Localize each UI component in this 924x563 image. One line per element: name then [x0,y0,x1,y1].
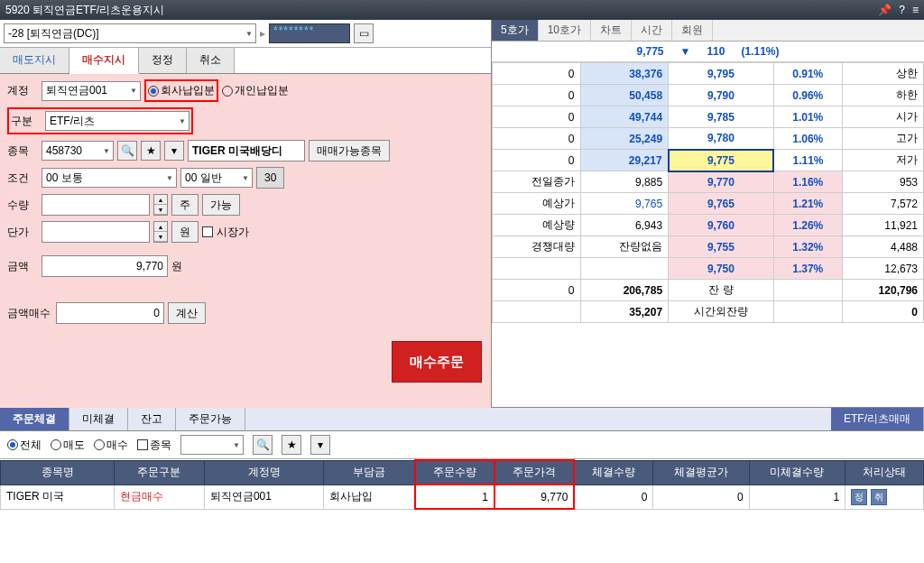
col-uqty[interactable]: 미체결수량 [749,460,845,485]
left-panel: -28 [퇴직연금(DC)] ▸ ******** ▭ 매도지시 매수지시 정정… [0,20,492,407]
quote-tab-chart[interactable]: 차트 [591,20,632,41]
window-title: 퇴직연금ETF/리츠운용지시 [32,4,164,16]
label-amount: 금액 [7,259,38,274]
market-label: 시장가 [217,225,249,240]
cancel-btn[interactable]: 취 [871,489,887,505]
tab-buy[interactable]: 매수지시 [69,48,139,74]
label-type: 구분 [11,114,42,129]
label-account: 계정 [7,83,38,98]
account-combo[interactable]: 퇴직연금001 [42,81,141,101]
window-code: 5920 [5,4,30,16]
label-cond: 조건 [7,171,38,186]
quote-panel: 5호가 10호가 차트 시간 회원 9,775 ▼ 110 (1.11%) 03… [492,20,924,407]
filter-all[interactable]: 전체 [7,438,42,453]
quote-tab-member[interactable]: 회원 [672,20,713,41]
arrow-down-icon: ▼ [680,45,691,58]
col-fqty[interactable]: 체결수량 [574,460,653,485]
star-icon[interactable]: ★ [141,141,161,161]
modify-btn[interactable]: 정 [851,489,867,505]
cond2-combo[interactable]: 00 일반 [180,168,253,188]
amount-display: 9,770 [42,255,168,277]
code-input[interactable]: 458730 [42,141,114,161]
password-input[interactable]: ******** [269,23,350,43]
order-form: 계정 퇴직연금001 회사납입분 개인납입분 구분 ETF/리츠 종목 4587… [0,74,491,408]
filter-star-icon[interactable]: ★ [282,435,301,455]
btm-tab-etf[interactable]: ETF/리츠매매 [831,408,924,430]
radio-personal[interactable]: 개인납입분 [222,83,289,98]
titlebar: 5920 퇴직연금ETF/리츠운용지시 📌 ? ≡ [0,0,924,20]
order-tabs: 매도지시 매수지시 정정 취소 [0,48,491,74]
col-ordtype[interactable]: 주문구분 [115,460,205,485]
chevron-down-icon[interactable]: ▾ [164,141,184,161]
cond-combo[interactable]: 00 보통 [42,168,177,188]
quote-tabs: 5호가 10호가 차트 시간 회원 [492,20,924,42]
col-name[interactable]: 종목명 [1,460,115,485]
orderbook-table: 038,3769,7950.91%상한 050,4589,7900.96%하한 … [492,62,924,323]
col-qty[interactable]: 주문수량 [415,460,494,485]
label-qty: 수량 [7,198,38,213]
filter-stock-combo[interactable] [180,435,244,455]
qty-input[interactable] [42,194,150,216]
col-acct[interactable]: 계정명 [204,460,324,485]
btm-tab-orders[interactable]: 주문체결 [0,408,69,430]
label-price: 단가 [7,225,38,240]
filter-sell[interactable]: 매도 [51,438,85,453]
buy-order-button[interactable]: 매수주문 [392,341,482,383]
calc-button[interactable]: 계산 [168,302,206,324]
amount-unit: 원 [171,259,182,274]
bottom-section: 주문체결 미체결 잔고 주문가능 ETF/리츠매매 전체 매도 매수 종목 🔍 … [0,408,924,510]
menu-icon[interactable]: ≡ [912,4,919,16]
price-change: 110 [707,45,725,58]
tab-sell[interactable]: 매도지시 [0,48,69,73]
col-price[interactable]: 주문가격 [494,460,574,485]
label-amtbuy: 금액매수 [7,306,52,321]
quote-tab-time[interactable]: 시간 [632,20,672,41]
filter-stock[interactable]: 종목 [137,438,171,453]
qty-spinner[interactable]: ▲▼ [153,194,168,216]
btm-tab-balance[interactable]: 잔고 [128,408,176,430]
type-combo[interactable]: ETF/리츠 [45,111,189,131]
grid-row[interactable]: TIGER 미국 현금매수 퇴직연금001 회사납입 1 9,770 0 0 1… [1,485,924,509]
orders-grid: 종목명 주문구분 계정명 부담금 주문수량 주문가격 체결수량 체결평균가 미체… [0,459,924,510]
available-stock-button[interactable]: 매매가능종목 [309,140,390,162]
cond-num-button[interactable]: 30 [256,167,284,189]
btm-tab-pending[interactable]: 미체결 [69,408,128,430]
price-pct: (1.11%) [741,45,779,58]
btm-tab-avail[interactable]: 주문가능 [176,408,245,430]
qty-unit-button[interactable]: 주 [171,194,199,216]
col-burden[interactable]: 부담금 [324,460,415,485]
price-unit-button[interactable]: 원 [171,221,199,243]
card-icon[interactable]: ▭ [354,23,374,43]
col-status[interactable]: 처리상태 [845,460,924,485]
quote-summary: 9,775 ▼ 110 (1.11%) [492,42,924,62]
label-code: 종목 [7,143,38,159]
tab-modify[interactable]: 정정 [139,48,187,73]
qty-able-button[interactable]: 가능 [202,194,240,216]
quote-tab-5[interactable]: 5호가 [492,20,539,41]
price-input[interactable] [42,221,150,243]
filter-search-icon[interactable]: 🔍 [253,435,273,455]
tab-cancel[interactable]: 취소 [187,48,235,73]
search-icon[interactable]: 🔍 [117,141,137,161]
filter-bar: 전체 매도 매수 종목 🔍 ★ ▾ [0,431,924,459]
code-name: TIGER 미국배당디 [188,140,305,162]
pin-icon[interactable]: 📌 [878,4,892,16]
help-icon[interactable]: ? [899,4,905,16]
col-favg[interactable]: 체결평균가 [653,460,749,485]
filter-chevron-icon[interactable]: ▾ [310,435,330,455]
amtbuy-input[interactable]: 0 [56,302,164,324]
refresh-icon[interactable]: ▸ [260,27,265,40]
price-spinner[interactable]: ▲▼ [153,221,168,243]
bottom-tabs: 주문체결 미체결 잔고 주문가능 ETF/리츠매매 [0,408,924,431]
current-price: 9,775 [637,45,664,58]
quote-tab-10[interactable]: 10호가 [539,20,591,41]
market-checkbox[interactable] [202,226,213,237]
radio-company[interactable]: 회사납입분 [148,83,215,98]
filter-buy[interactable]: 매수 [94,438,128,453]
account-select[interactable]: -28 [퇴직연금(DC)] [4,23,256,43]
